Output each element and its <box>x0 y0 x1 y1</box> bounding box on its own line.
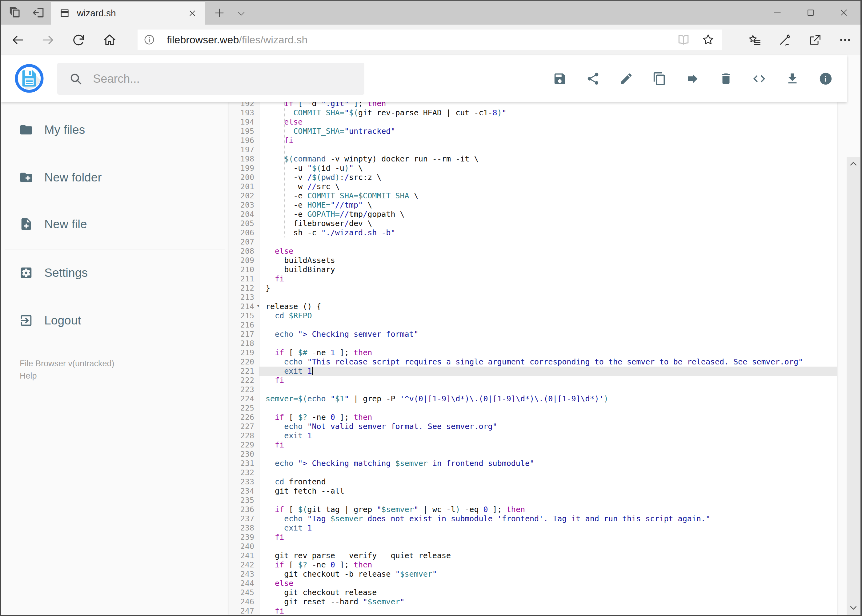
line-number: 238 <box>229 523 259 533</box>
code-line-203: -e HOME="//tmp" \ <box>259 201 837 210</box>
code-view-button[interactable] <box>752 72 766 86</box>
code-line-233: cd frontend <box>259 477 837 487</box>
code-line-211: fi <box>259 274 837 284</box>
line-number: 217 <box>229 330 259 339</box>
code-line-213 <box>259 293 837 302</box>
new-tab-icon[interactable] <box>214 7 225 19</box>
line-number: 213 <box>229 293 259 302</box>
url-text: filebrowser.web/files/wizard.sh <box>167 34 307 46</box>
move-button[interactable] <box>686 72 700 86</box>
line-number: 211 <box>229 274 259 284</box>
code-line-196: fi <box>259 136 837 145</box>
line-number: 232 <box>229 468 259 477</box>
line-number: 197 <box>229 145 259 154</box>
code-area[interactable]: if [ -d ".git" ]; then COMMIT_SHA="$(git… <box>259 102 837 615</box>
reading-view-icon[interactable] <box>677 33 690 46</box>
search-input[interactable] <box>92 72 364 86</box>
favorite-star-icon[interactable] <box>701 33 715 46</box>
code-line-244: else <box>259 579 837 588</box>
line-number: 227 <box>229 422 259 431</box>
code-line-206: sh -c "./wizard.sh -b" <box>259 228 837 237</box>
page-scrollbar[interactable] <box>846 157 860 615</box>
code-line-218 <box>259 339 837 348</box>
code-line-247: fi <box>259 607 837 615</box>
show-tabs-chevron-icon[interactable] <box>236 9 246 19</box>
line-number: 247 <box>229 607 259 615</box>
divider <box>5 249 225 250</box>
code-line-192: if [ -d ".git" ]; then <box>259 102 837 108</box>
line-number: 228 <box>229 431 259 440</box>
minimize-icon[interactable] <box>761 1 794 25</box>
line-number: 239 <box>229 533 259 542</box>
sidebar-item-label: Logout <box>44 314 81 327</box>
file-browser-floppy-logo[interactable] <box>14 63 44 93</box>
more-options-icon[interactable] <box>838 33 852 47</box>
code-line-224: semver=$(echo "$1" | grep -P '^v(0|[1-9]… <box>259 394 837 404</box>
line-number: 208 <box>229 247 259 256</box>
sidebar-item-label: New folder <box>44 171 102 184</box>
forward-icon[interactable] <box>41 33 55 47</box>
line-number: 210 <box>229 265 259 274</box>
save-button[interactable] <box>553 72 567 86</box>
line-number: 246 <box>229 597 259 607</box>
maximize-icon[interactable] <box>794 1 827 25</box>
code-line-235 <box>259 496 837 505</box>
back-icon[interactable] <box>11 33 25 47</box>
code-line-208: else <box>259 247 837 256</box>
search-bar[interactable] <box>57 63 364 95</box>
code-line-231: echo "> Checking matching $semver in fro… <box>259 459 837 468</box>
editor-gutter[interactable]: 1921931941951961971981992002012022032042… <box>229 102 259 615</box>
code-line-227: echo "Not valid semver format. See semve… <box>259 422 837 431</box>
web-note-pen-icon[interactable] <box>778 33 791 47</box>
site-info-icon[interactable] <box>143 33 155 46</box>
code-line-217: echo "> Checking semver format" <box>259 330 837 339</box>
help-link[interactable]: Help <box>20 370 229 382</box>
document-icon <box>59 8 70 19</box>
line-number: 225 <box>229 404 259 413</box>
line-number: 241 <box>229 551 259 560</box>
tab-close-icon[interactable] <box>188 9 197 18</box>
divider <box>160 33 160 46</box>
scroll-up-icon[interactable] <box>849 159 858 168</box>
sidebar-item-settings[interactable]: Settings <box>1 259 229 287</box>
address-bar[interactable]: filebrowser.web/files/wizard.sh <box>137 30 722 50</box>
code-line-205: filebrowser/dev \ <box>259 219 837 228</box>
code-line-240 <box>259 542 837 551</box>
share-button[interactable] <box>586 72 600 86</box>
download-button[interactable] <box>785 72 799 86</box>
line-number: 195 <box>229 127 259 136</box>
info-button[interactable] <box>819 72 833 86</box>
line-number: 220 <box>229 357 259 366</box>
edit-button[interactable] <box>619 72 633 86</box>
share-page-icon[interactable] <box>808 33 822 47</box>
code-line-197 <box>259 145 837 154</box>
line-number: 223 <box>229 385 259 394</box>
sidebar-item-logout[interactable]: Logout <box>1 306 229 335</box>
code-editor: 1921931941951961971981992002012022032042… <box>229 102 837 615</box>
set-aside-tabs-icon[interactable] <box>9 6 22 19</box>
code-line-234: git fetch --all <box>259 487 837 496</box>
close-window-icon[interactable] <box>827 1 860 25</box>
tab-wizard-sh[interactable]: wizard.sh <box>51 2 205 25</box>
line-number: 214▾ <box>229 302 259 311</box>
line-number: 207 <box>229 237 259 247</box>
home-icon[interactable] <box>102 33 117 47</box>
browser-url-bar: filebrowser.web/files/wizard.sh <box>1 25 860 55</box>
fold-arrow-icon[interactable]: ▾ <box>257 303 259 308</box>
restore-tabs-icon[interactable] <box>32 6 46 19</box>
delete-button[interactable] <box>719 72 733 86</box>
sidebar-item-my-files[interactable]: My files <box>1 116 229 144</box>
code-line-199: -u "$(id -u)" \ <box>259 163 837 173</box>
copy-button[interactable] <box>652 72 667 86</box>
sidebar-item-new-folder[interactable]: New folder <box>1 163 229 192</box>
code-line-245: git checkout release <box>259 588 837 597</box>
refresh-icon[interactable] <box>71 33 86 47</box>
logout-icon <box>19 313 33 327</box>
line-number: 193 <box>229 108 259 118</box>
code-line-193: COMMIT_SHA="$(git rev-parse HEAD | cut -… <box>259 108 837 118</box>
hub-favorites-icon[interactable] <box>748 33 761 47</box>
search-icon <box>69 72 82 85</box>
sidebar-item-new-file[interactable]: New file <box>1 210 229 238</box>
scroll-down-icon[interactable] <box>849 603 858 612</box>
code-line-210: buildBinary <box>259 265 837 274</box>
